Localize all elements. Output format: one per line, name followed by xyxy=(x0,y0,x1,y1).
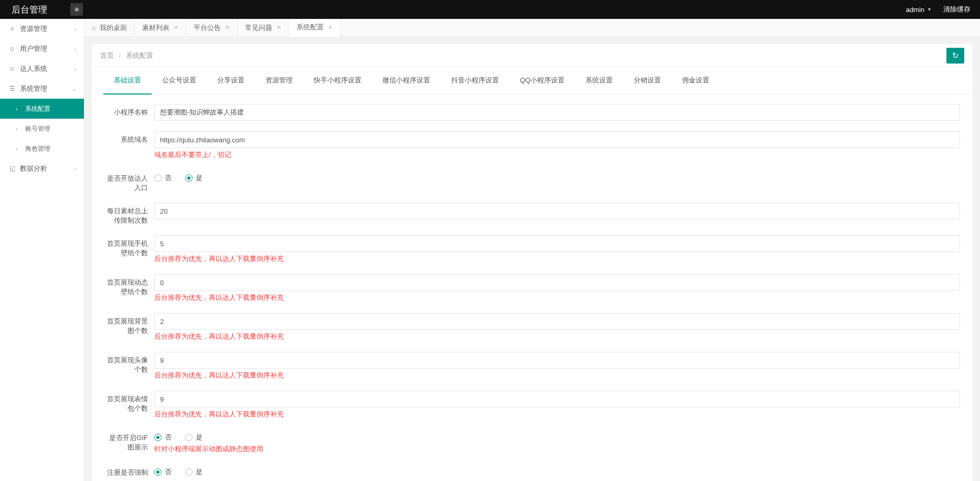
tab-comm[interactable]: 佣金设置 xyxy=(672,67,720,94)
user-menu[interactable]: admin ▼ xyxy=(906,6,932,14)
sidebar-item-label: 系统管理 xyxy=(20,84,47,93)
sidebar-item-resources[interactable]: ⌗ 资源管理 ‹ xyxy=(0,19,84,39)
sidebar-sub-account[interactable]: › 账号管理 xyxy=(0,119,84,139)
label-home-dynamic: 首页展现动态壁纸个数 xyxy=(104,274,154,296)
tab-notice[interactable]: 平台公告 ✕ xyxy=(186,19,238,36)
label-open-daren: 是否开放达人入口 xyxy=(104,170,154,192)
radio-icon xyxy=(154,468,162,476)
tab-label: 素材列表 xyxy=(142,23,169,33)
radio-icon xyxy=(185,174,193,182)
input-app-name[interactable] xyxy=(154,104,960,121)
list-icon: ☰ xyxy=(7,85,17,92)
radio-open-daren-no[interactable]: 否 xyxy=(154,173,172,183)
sidebar: ⌗ 资源管理 ‹ ☺ 用户管理 ‹ ☺ 达人系统 ‹ ☰ 系统管理 ⌄ › 系统… xyxy=(0,19,84,481)
tab-basic[interactable]: 基础设置 xyxy=(103,67,152,95)
label-app-name: 小程序名称 xyxy=(104,104,154,117)
close-icon[interactable]: ✕ xyxy=(328,24,333,31)
chevron-left-icon: ‹ xyxy=(74,46,77,52)
help-home-avatar: 后台推荐为优先，再以达人下载量倒序补充 xyxy=(154,371,960,380)
radio-icon xyxy=(185,468,193,476)
close-icon[interactable]: ✕ xyxy=(174,24,178,31)
nav-toggle-button[interactable]: ≡ xyxy=(70,3,83,16)
sidebar-item-label: 数据分析 xyxy=(20,164,47,173)
grid-icon: ⌗ xyxy=(7,25,17,33)
chevron-left-icon: ‹ xyxy=(74,26,77,32)
close-icon[interactable]: ✕ xyxy=(276,24,281,31)
radio-icon xyxy=(185,434,193,441)
tab-dist[interactable]: 分销设置 xyxy=(623,67,672,94)
sidebar-sub-system-config[interactable]: › 系统配置 xyxy=(0,99,84,119)
input-daily-limit[interactable] xyxy=(154,203,960,219)
sidebar-sub-role[interactable]: › 角色管理 xyxy=(0,139,84,159)
topbar: 后台管理 ≡ admin ▼ 清除缓存 xyxy=(0,0,980,19)
help-gif: 针对小程序端展示动图或静态图使用 xyxy=(154,444,960,454)
sidebar-item-label: 账号管理 xyxy=(25,124,50,133)
help-domain: 域名最后不要带上/，切记 xyxy=(154,150,960,160)
tab-label: 系统配置 xyxy=(296,23,324,32)
label-daily-limit: 每日素材总上传限制次数 xyxy=(104,203,154,225)
input-home-avatar[interactable] xyxy=(154,352,960,369)
sidebar-item-daren[interactable]: ☺ 达人系统 ‹ xyxy=(0,59,84,79)
radio-icon xyxy=(154,174,162,182)
page-tabs: ⌂ 我的桌面 素材列表 ✕ 平台公告 ✕ 常见问题 ✕ 系统配置 ✕ xyxy=(84,19,980,37)
tab-ks[interactable]: 快手小程序设置 xyxy=(303,67,372,94)
user-name: admin xyxy=(906,6,924,14)
tab-res[interactable]: 资源管理 xyxy=(255,67,303,94)
clear-cache-button[interactable]: 清除缓存 xyxy=(943,5,971,14)
tab-faq[interactable]: 常见问题 ✕ xyxy=(238,19,289,36)
tab-sys[interactable]: 系统设置 xyxy=(575,67,623,94)
label-home-avatar: 首页展现头像个数 xyxy=(104,352,154,374)
radio-force-reg-no[interactable]: 否 xyxy=(154,467,172,477)
tab-mp[interactable]: 公众号设置 xyxy=(152,67,207,94)
tab-material[interactable]: 素材列表 ✕ xyxy=(135,19,186,36)
refresh-button[interactable]: ↻ xyxy=(946,48,964,64)
help-home-dynamic: 后台推荐为优先，再以达人下载量倒序补充 xyxy=(154,293,960,302)
chevron-down-icon: ⌄ xyxy=(72,86,77,92)
chart-icon: ◱ xyxy=(7,165,17,172)
sidebar-item-label: 资源管理 xyxy=(20,24,47,34)
radio-gif-yes[interactable]: 是 xyxy=(185,433,203,442)
radio-gif-no[interactable]: 否 xyxy=(154,433,172,442)
breadcrumb-sep: / xyxy=(119,51,121,59)
refresh-icon: ↻ xyxy=(952,51,959,60)
input-home-emoji[interactable] xyxy=(154,391,960,407)
label-home-bg: 首页展现背景图个数 xyxy=(104,313,154,335)
label-domain: 系统域名 xyxy=(104,131,154,144)
sidebar-item-label: 用户管理 xyxy=(20,44,47,54)
breadcrumb-current: 系统配置 xyxy=(126,51,153,59)
chevron-right-icon: › xyxy=(16,146,22,152)
sidebar-item-analytics[interactable]: ◱ 数据分析 ‹ xyxy=(0,159,84,179)
chevron-left-icon: ‹ xyxy=(74,165,77,172)
label-force-reg: 注册是否强制 xyxy=(104,464,154,477)
tab-desktop[interactable]: ⌂ 我的桌面 xyxy=(84,19,135,36)
tab-share[interactable]: 分享设置 xyxy=(207,67,255,94)
user-icon: ☺ xyxy=(7,45,17,53)
tab-label: 平台公告 xyxy=(194,23,221,33)
input-home-phone[interactable] xyxy=(154,235,960,252)
breadcrumb-home[interactable]: 首页 xyxy=(100,51,114,59)
label-gif-enable: 是否开启GIF图展示 xyxy=(104,430,154,452)
tab-label: 我的桌面 xyxy=(100,23,127,33)
close-icon[interactable]: ✕ xyxy=(225,24,230,31)
tab-label: 常见问题 xyxy=(245,23,272,33)
input-home-bg[interactable] xyxy=(154,313,960,330)
label-home-emoji: 首页展现表情包个数 xyxy=(104,391,154,413)
tab-wx[interactable]: 微信小程序设置 xyxy=(372,67,441,94)
input-domain[interactable] xyxy=(154,131,960,148)
radio-open-daren-yes[interactable]: 是 xyxy=(185,173,203,183)
breadcrumb: 首页 / 系统配置 ↻ xyxy=(92,44,973,67)
brand-title: 后台管理 xyxy=(12,4,47,16)
sidebar-item-system[interactable]: ☰ 系统管理 ⌄ xyxy=(0,79,84,99)
radio-force-reg-yes[interactable]: 是 xyxy=(185,467,203,477)
sidebar-item-users[interactable]: ☺ 用户管理 ‹ xyxy=(0,39,84,59)
help-home-phone: 后台推荐为优先，再以达人下载量倒序补充 xyxy=(154,254,960,264)
tab-dy[interactable]: 抖音小程序设置 xyxy=(441,67,509,94)
tab-system-config[interactable]: 系统配置 ✕ xyxy=(289,19,340,37)
input-home-dynamic[interactable] xyxy=(154,274,960,291)
chevron-down-icon: ▼ xyxy=(927,7,932,12)
tab-qq[interactable]: QQ小程序设置 xyxy=(509,67,575,94)
chevron-left-icon: ‹ xyxy=(74,66,77,72)
chevron-right-icon: › xyxy=(16,106,22,112)
home-icon: ⌂ xyxy=(92,24,95,32)
sidebar-item-label: 系统配置 xyxy=(25,104,50,113)
